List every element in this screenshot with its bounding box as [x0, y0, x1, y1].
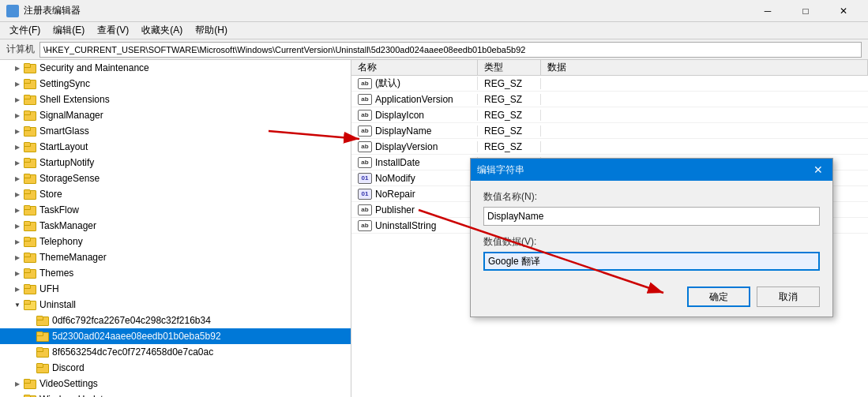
address-path[interactable]: \HKEY_CURRENT_USER\SOFTWARE\Microsoft\Wi…	[39, 42, 862, 58]
tree-item-smartglass[interactable]: ▶SmartGlass	[0, 123, 351, 139]
tree-item-store[interactable]: ▶Store	[0, 186, 351, 202]
tree-item-startupnotify[interactable]: ▶StartupNotify	[0, 155, 351, 170]
dialog-close-button[interactable]: ✕	[810, 162, 826, 178]
val-name-nomodify: 01NoModify	[351, 173, 478, 184]
tree-item-taskflow[interactable]: ▶TaskFlow	[0, 202, 351, 218]
menu-view[interactable]: 查看(V)	[91, 22, 135, 39]
tree-label-thememanager: ThemeManager	[39, 252, 107, 263]
tree-arrow-signalmanager: ▶	[13, 110, 22, 120]
tree-label-settingsync: SettingSync	[39, 78, 90, 89]
folder-icon-telephony	[24, 236, 36, 247]
col-header-name: 名称	[351, 60, 478, 75]
val-name-norepair: 01NoRepair	[351, 189, 478, 200]
tree-item-sub2[interactable]: 5d2300ad024aaee08eedb01b0eba5b92	[0, 328, 351, 344]
tree-arrow-sub4	[25, 363, 35, 373]
tree-arrow-sub1	[25, 316, 35, 325]
dialog-data-input[interactable]	[483, 252, 820, 271]
col-header-type: 类型	[478, 60, 541, 75]
val-name-uninstallstr: abUninstallString	[351, 220, 478, 231]
tree-item-ufh[interactable]: ▶UFH	[0, 281, 351, 297]
menu-help[interactable]: 帮助(H)	[189, 22, 234, 39]
tree-item-settingsync[interactable]: ▶SettingSync	[0, 76, 351, 92]
tree-label-videosettings: VideoSettings	[39, 378, 98, 389]
val-name-text-appver: ApplicationVersion	[375, 94, 453, 105]
tree-label-uninstall: Uninstall	[39, 299, 76, 310]
tree-item-windowsupdate[interactable]: ▶WindowsUpdate	[0, 391, 351, 397]
val-name-default: ab(默认)	[351, 77, 478, 90]
folder-icon-sub4	[36, 362, 49, 373]
address-bar: 计算机 \HKEY_CURRENT_USER\SOFTWARE\Microsof…	[0, 39, 868, 60]
tree-label-storagesense: StorageSense	[39, 173, 100, 184]
folder-icon-storagesense	[24, 173, 36, 184]
tree-arrow-settingsync: ▶	[13, 79, 22, 88]
val-name-text-displayname: DisplayName	[375, 125, 431, 137]
tree-item-videosettings[interactable]: ▶VideoSettings	[0, 376, 351, 391]
folder-icon-store	[24, 189, 36, 200]
val-type-displayicon: REG_SZ	[478, 110, 541, 121]
value-row-displayicon[interactable]: abDisplayIconREG_SZ	[351, 107, 868, 123]
tree-label-ufh: UFH	[39, 283, 59, 294]
tree-label-shellext: Shell Extensions	[39, 94, 110, 105]
tree-item-storagesense[interactable]: ▶StorageSense	[0, 170, 351, 186]
menu-favorites[interactable]: 收藏夹(A)	[135, 22, 189, 39]
tree-label-telephony: Telephony	[39, 236, 83, 247]
tree-item-themes[interactable]: ▶Themes	[0, 265, 351, 281]
val-name-displayicon: abDisplayIcon	[351, 110, 478, 121]
tree-item-thememanager[interactable]: ▶ThemeManager	[0, 249, 351, 265]
val-name-text-installdate: InstallDate	[375, 157, 420, 168]
val-name-displayver: abDisplayVersion	[351, 141, 478, 152]
dialog-confirm-button[interactable]: 确定	[687, 287, 750, 307]
tree-item-uninstall[interactable]: ▼Uninstall	[0, 297, 351, 313]
value-row-displayver[interactable]: abDisplayVersionREG_SZ	[351, 139, 868, 155]
tree-arrow-uninstall: ▼	[13, 300, 22, 309]
folder-icon-signalmanager	[24, 110, 36, 121]
tree-item-sub1[interactable]: 0df6c792fca2267e04c298c32f216b34	[0, 313, 351, 328]
tree-item-startlayout[interactable]: ▶StartLayout	[0, 139, 351, 155]
tree-item-signalmanager[interactable]: ▶SignalManager	[0, 107, 351, 123]
folder-icon-taskmanager	[24, 220, 36, 231]
col-header-data: 数据	[541, 60, 868, 75]
dialog-cancel-button[interactable]: 取消	[757, 287, 820, 307]
folder-icon-startupnotify	[24, 157, 36, 168]
val-name-publisher: abPublisher	[351, 204, 478, 215]
maximize-button[interactable]: □	[787, 2, 824, 20]
value-row-appver[interactable]: abApplicationVersionREG_SZ	[351, 92, 868, 107]
tree-arrow-security: ▶	[13, 63, 22, 73]
menu-edit[interactable]: 编辑(E)	[47, 22, 91, 39]
tree-label-store: Store	[39, 189, 62, 200]
val-name-displayname: abDisplayName	[351, 125, 478, 137]
folder-icon-taskflow	[24, 204, 36, 215]
close-button[interactable]: ✕	[825, 2, 862, 20]
tree-item-shellext[interactable]: ▶Shell Extensions	[0, 92, 351, 107]
title-bar-text: 注册表编辑器	[24, 4, 750, 17]
reg-icon-norepair: 01	[358, 189, 372, 200]
tree-item-sub3[interactable]: 8f6563254dc7ec0f7274658d0e7ca0ac	[0, 344, 351, 360]
tree-arrow-ufh: ▶	[13, 284, 22, 294]
menu-file[interactable]: 文件(F)	[3, 22, 47, 39]
val-name-text-publisher: Publisher	[375, 204, 415, 215]
tree-panel: ▶Security and Maintenance▶SettingSync▶Sh…	[0, 60, 351, 397]
val-name-text-norepair: NoRepair	[375, 189, 415, 200]
tree-item-security[interactable]: ▶Security and Maintenance	[0, 60, 351, 76]
tree-item-sub4[interactable]: Discord	[0, 360, 351, 376]
tree-arrow-videosettings: ▶	[13, 379, 22, 388]
val-name-text-nomodify: NoModify	[375, 173, 415, 184]
tree-label-sub3: 8f6563254dc7ec0f7274658d0e7ca0ac	[52, 346, 213, 358]
val-name-text-default: (默认)	[375, 77, 400, 90]
edit-string-dialog[interactable]: 编辑字符串 ✕ 数值名称(N): 数值数据(V): 确定 取消	[470, 158, 833, 317]
tree-label-windowsupdate: WindowsUpdate	[39, 394, 108, 397]
dialog-name-input[interactable]	[483, 207, 820, 226]
minimize-button[interactable]: ─	[750, 2, 786, 20]
folder-icon-shellext	[24, 94, 36, 105]
value-row-displayname[interactable]: abDisplayNameREG_SZ	[351, 123, 868, 139]
val-name-text-uninstallstr: UninstallString	[375, 220, 436, 231]
folder-icon-sub2	[36, 331, 49, 342]
tree-label-startlayout: StartLayout	[39, 141, 88, 152]
value-row-default[interactable]: ab(默认)REG_SZ	[351, 76, 868, 92]
folder-icon-startlayout	[24, 141, 36, 152]
tree-arrow-startupnotify: ▶	[13, 158, 22, 167]
tree-item-taskmanager[interactable]: ▶TaskManager	[0, 218, 351, 234]
tree-item-telephony[interactable]: ▶Telephony	[0, 234, 351, 249]
dialog-data-label: 数值数据(V):	[483, 235, 820, 249]
folder-icon-videosettings	[24, 378, 36, 389]
